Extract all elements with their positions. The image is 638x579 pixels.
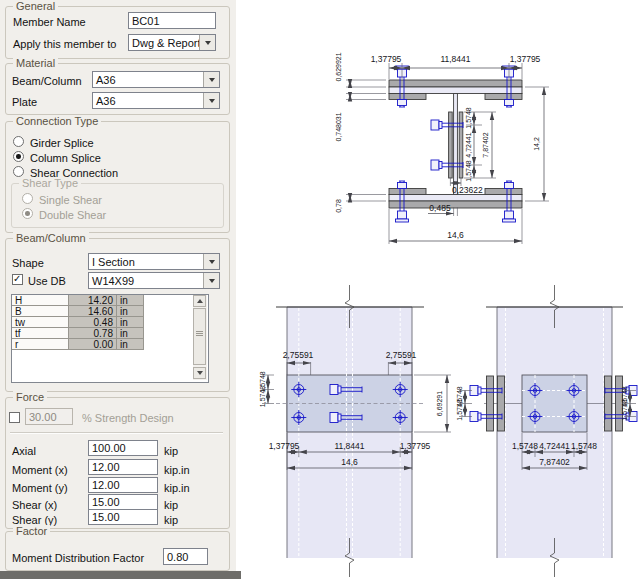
moment-y-input[interactable]: 12.00: [88, 477, 158, 493]
use-db-checkbox[interactable]: [12, 274, 23, 285]
prop-value-cell: 0.78: [69, 328, 117, 339]
member-name-input[interactable]: BC01: [128, 12, 216, 29]
bottom-bar: [0, 571, 241, 579]
shear-y-input[interactable]: 15.00: [88, 509, 158, 525]
force-group-title: Force: [13, 391, 47, 403]
shear-y-value: 15.00: [92, 511, 120, 523]
apply-member-select[interactable]: Dwg & Report: [128, 34, 216, 51]
db-section-dropdown-button[interactable]: [203, 273, 219, 288]
dim-label: 1,5748: [465, 107, 472, 129]
beam-column-material-dropdown-button[interactable]: [203, 72, 219, 87]
dim-label: 0,23622: [452, 185, 483, 195]
moment-x-unit: kip.in: [164, 464, 190, 476]
table-row: r 0.00 in: [12, 339, 208, 350]
axial-input[interactable]: 100.00: [88, 440, 158, 456]
double-shear-label: Double Shear: [39, 209, 106, 221]
moment-x-value: 12.00: [92, 461, 120, 473]
moment-distribution-factor-label: Moment Distribution Factor: [12, 552, 144, 564]
prop-name-cell: tf: [12, 328, 69, 339]
scroll-down-button[interactable]: [193, 367, 206, 379]
dim-label: 2,75591: [283, 350, 314, 360]
beam-column-material-label: Beam/Column: [12, 75, 82, 87]
column-splice-radio[interactable]: [13, 151, 24, 162]
table-row: B 14.60 in: [12, 306, 208, 317]
section-properties-table: H 14.20 in B 14.60 in tw 0.48 in tf 0.78…: [11, 294, 209, 383]
dim-label: 1,5748: [512, 441, 538, 451]
prop-name-cell: tw: [12, 317, 69, 328]
dim-label: 1,5748: [456, 399, 463, 421]
moment-y-unit: kip.in: [164, 482, 190, 494]
shear-x-input[interactable]: 15.00: [88, 494, 158, 510]
scrollbar-thumb[interactable]: [193, 308, 206, 365]
drawing-area: 1,37795 11,8441 1,37795 0,629921 0,74803…: [238, 0, 638, 579]
web-bolt: [431, 160, 463, 170]
shape-dropdown-button[interactable]: [203, 254, 219, 269]
dim-label: 11,8441: [440, 54, 470, 64]
moment-x-label: Moment (x): [12, 464, 68, 476]
apply-member-value: Dwg & Report: [129, 35, 199, 50]
dim-label: 4,72441: [465, 132, 472, 157]
shape-value: I Section: [89, 254, 203, 269]
shear-x-value: 15.00: [92, 496, 120, 508]
prop-value-cell: 14.60: [69, 306, 117, 317]
dim-label: 11,8441: [334, 441, 364, 451]
section-view: 1,37795 11,8441 1,37795 0,629921 0,74803…: [335, 52, 549, 244]
beam-column-group-title: Beam/Column: [13, 232, 89, 244]
shear-x-unit: kip: [164, 499, 178, 511]
dim-label: 1,5748: [571, 441, 597, 451]
force-separator: [10, 432, 223, 434]
web-elevation-view: 1,5748 1,5748 1,5748 1,5748 1,5748 4,724…: [456, 285, 637, 577]
single-shear-radio: [22, 193, 33, 204]
shear-type-group-title: Shear Type: [19, 177, 81, 189]
prop-unit-cell: in: [117, 317, 144, 328]
moment-distribution-factor-input[interactable]: 0.80: [163, 548, 208, 565]
beam-column-material-value: A36: [93, 72, 203, 87]
prop-value-cell: 0.48: [69, 317, 117, 328]
apply-member-label: Apply this member to: [13, 38, 116, 50]
strength-design-label: % Strength Design: [82, 412, 174, 424]
settings-panel: General Member Name BC01 Apply this memb…: [0, 0, 236, 571]
column-splice-label[interactable]: Column Splice: [30, 152, 101, 164]
strength-design-checkbox[interactable]: [9, 412, 20, 423]
prop-name-cell: r: [12, 339, 69, 350]
dim-label: 14,2: [533, 137, 540, 151]
table-scrollbar[interactable]: [193, 295, 207, 380]
plate-material-select[interactable]: A36: [92, 92, 220, 109]
dim-label: 7,87402: [482, 132, 489, 157]
moment-y-label: Moment (y): [12, 482, 68, 494]
dim-label: 7,87402: [539, 457, 570, 467]
dim-label: 0,78: [335, 199, 342, 213]
plate-material-dropdown-button[interactable]: [203, 93, 219, 108]
dim-label: 14,6: [341, 457, 358, 467]
girder-splice-label[interactable]: Girder Splice: [30, 137, 94, 149]
db-section-select[interactable]: W14X99: [88, 272, 220, 289]
chevron-down-icon: [209, 279, 215, 283]
dim-label: 4,72441: [539, 441, 570, 451]
connection-type-group-title: Connection Type: [13, 115, 101, 127]
table-row: tf 0.78 in: [12, 328, 208, 339]
moment-x-input[interactable]: 12.00: [88, 459, 158, 475]
chevron-down-icon: [209, 99, 215, 103]
web-bolt: [431, 120, 463, 130]
material-group-title: Material: [13, 57, 58, 69]
shear-connection-radio[interactable]: [13, 166, 24, 177]
dim-label: 0,485: [429, 203, 451, 213]
scroll-up-button[interactable]: [193, 295, 206, 307]
girder-splice-radio[interactable]: [13, 136, 24, 147]
factor-group-title: Factor: [13, 525, 50, 537]
apply-member-dropdown-button[interactable]: [199, 35, 215, 50]
prop-name-cell: H: [12, 295, 69, 306]
single-shear-label: Single Shear: [39, 194, 102, 206]
scrollbar-grip-icon: [196, 331, 203, 332]
dim-label: 1,37795: [269, 441, 300, 451]
moment-y-value: 12.00: [92, 479, 120, 491]
table-row: tw 0.48 in: [12, 317, 208, 328]
dim-label: 0,629921: [335, 52, 342, 81]
prop-value-cell: 0.00: [69, 339, 117, 350]
use-db-label[interactable]: Use DB: [28, 275, 66, 287]
strength-percent-input: 30.00: [25, 408, 73, 425]
axial-unit: kip: [164, 445, 178, 457]
shape-select[interactable]: I Section: [88, 253, 220, 270]
beam-column-material-select[interactable]: A36: [92, 71, 220, 88]
plate-material-value: A36: [93, 93, 203, 108]
